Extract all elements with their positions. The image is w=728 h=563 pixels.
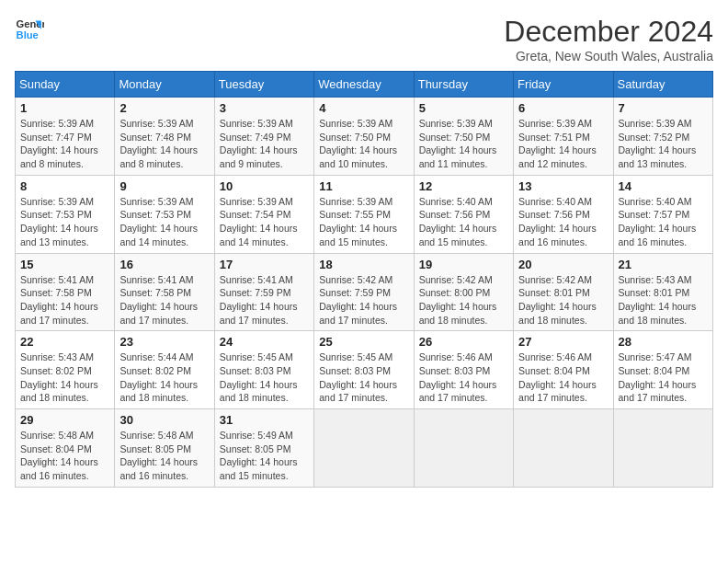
calendar-day-cell: 26 Sunrise: 5:46 AM Sunset: 8:03 PM Dayl… [414,331,513,409]
calendar-week-row: 1 Sunrise: 5:39 AM Sunset: 7:47 PM Dayli… [16,98,713,176]
sunrise-label: Sunrise: 5:48 AM [20,430,94,441]
sunset-label: Sunset: 7:59 PM [220,287,291,298]
daylight-label: Daylight: 14 hours and 13 minutes. [619,144,697,169]
sunset-label: Sunset: 7:49 PM [220,132,291,143]
day-info: Sunrise: 5:39 AM Sunset: 7:53 PM Dayligh… [20,195,109,249]
sunrise-label: Sunrise: 5:44 AM [119,351,193,362]
calendar-day-cell: 28 Sunrise: 5:47 AM Sunset: 8:04 PM Dayl… [613,331,712,409]
location-subtitle: Greta, New South Wales, Australia [504,49,713,63]
sunset-label: Sunset: 7:56 PM [419,209,491,220]
daylight-label: Daylight: 14 hours and 18 minutes. [220,379,298,404]
sunrise-label: Sunrise: 5:39 AM [319,196,392,207]
day-info: Sunrise: 5:39 AM Sunset: 7:53 PM Dayligh… [119,195,209,249]
calendar-day-cell: 31 Sunrise: 5:49 AM Sunset: 8:05 PM Dayl… [214,409,313,488]
calendar-day-cell: 1 Sunrise: 5:39 AM Sunset: 7:47 PM Dayli… [16,98,115,176]
calendar-day-cell [514,409,613,488]
sunset-label: Sunset: 8:04 PM [20,443,92,454]
sunset-label: Sunset: 8:01 PM [619,287,690,298]
day-number: 29 [20,413,109,427]
day-info: Sunrise: 5:45 AM Sunset: 8:03 PM Dayligh… [319,350,408,405]
sunrise-label: Sunrise: 5:40 AM [419,196,493,207]
day-info: Sunrise: 5:49 AM Sunset: 8:05 PM Dayligh… [220,429,309,483]
daylight-label: Daylight: 14 hours and 15 minutes. [419,223,497,247]
sunset-label: Sunset: 7:52 PM [619,132,690,143]
day-info: Sunrise: 5:39 AM Sunset: 7:55 PM Dayligh… [319,195,408,249]
day-number: 21 [619,258,708,271]
daylight-label: Daylight: 14 hours and 9 minutes. [220,144,298,169]
day-number: 8 [20,179,109,193]
daylight-label: Daylight: 14 hours and 17 minutes. [119,301,198,326]
day-info: Sunrise: 5:39 AM Sunset: 7:51 PM Dayligh… [518,117,608,171]
day-of-week-header: Monday [115,72,214,98]
daylight-label: Daylight: 14 hours and 18 minutes. [119,379,198,404]
calendar-week-row: 29 Sunrise: 5:48 AM Sunset: 8:04 PM Dayl… [16,409,713,488]
sunset-label: Sunset: 8:01 PM [518,287,590,298]
day-info: Sunrise: 5:43 AM Sunset: 8:01 PM Dayligh… [619,273,708,327]
calendar-day-cell: 6 Sunrise: 5:39 AM Sunset: 7:51 PM Dayli… [514,98,613,176]
day-info: Sunrise: 5:39 AM Sunset: 7:54 PM Dayligh… [220,195,309,249]
sunrise-label: Sunrise: 5:42 AM [518,274,592,285]
day-of-week-header: Sunday [16,72,115,98]
calendar-day-cell: 9 Sunrise: 5:39 AM Sunset: 7:53 PM Dayli… [115,175,214,253]
sunrise-label: Sunrise: 5:43 AM [619,274,692,285]
daylight-label: Daylight: 14 hours and 15 minutes. [220,456,298,481]
sunrise-label: Sunrise: 5:49 AM [220,430,293,441]
calendar-day-cell: 8 Sunrise: 5:39 AM Sunset: 7:53 PM Dayli… [16,175,115,253]
day-number: 23 [119,335,209,349]
sunrise-label: Sunrise: 5:39 AM [518,118,592,129]
sunrise-label: Sunrise: 5:45 AM [319,351,392,362]
sunset-label: Sunset: 7:50 PM [419,132,491,143]
day-info: Sunrise: 5:43 AM Sunset: 8:02 PM Dayligh… [20,350,109,405]
sunset-label: Sunset: 7:50 PM [319,132,391,143]
daylight-label: Daylight: 14 hours and 15 minutes. [319,223,397,247]
daylight-label: Daylight: 14 hours and 10 minutes. [319,144,397,169]
day-info: Sunrise: 5:44 AM Sunset: 8:02 PM Dayligh… [119,350,209,405]
daylight-label: Daylight: 14 hours and 17 minutes. [619,379,697,404]
sunrise-label: Sunrise: 5:42 AM [419,274,493,285]
day-number: 4 [319,101,408,115]
day-number: 24 [220,335,309,349]
day-number: 7 [619,101,708,115]
day-info: Sunrise: 5:39 AM Sunset: 7:50 PM Dayligh… [319,117,408,171]
daylight-label: Daylight: 14 hours and 16 minutes. [518,223,597,247]
sunrise-label: Sunrise: 5:41 AM [220,274,293,285]
daylight-label: Daylight: 14 hours and 8 minutes. [119,144,198,169]
day-number: 22 [20,335,109,349]
sunset-label: Sunset: 8:03 PM [319,365,391,376]
calendar-day-cell: 20 Sunrise: 5:42 AM Sunset: 8:01 PM Dayl… [514,253,613,331]
daylight-label: Daylight: 14 hours and 17 minutes. [419,379,497,404]
day-number: 12 [419,179,508,193]
day-of-week-header: Saturday [613,72,712,98]
sunset-label: Sunset: 8:04 PM [518,365,590,376]
day-number: 16 [119,258,209,271]
day-number: 5 [419,101,508,115]
daylight-label: Daylight: 14 hours and 17 minutes. [220,301,298,326]
daylight-label: Daylight: 14 hours and 13 minutes. [20,223,98,247]
day-number: 19 [419,258,508,271]
sunrise-label: Sunrise: 5:39 AM [220,118,293,129]
calendar-day-cell: 30 Sunrise: 5:48 AM Sunset: 8:05 PM Dayl… [115,409,214,488]
sunset-label: Sunset: 8:02 PM [20,365,92,376]
sunrise-label: Sunrise: 5:46 AM [518,351,592,362]
day-info: Sunrise: 5:47 AM Sunset: 8:04 PM Dayligh… [619,350,708,405]
sunrise-label: Sunrise: 5:45 AM [220,351,293,362]
calendar-day-cell: 25 Sunrise: 5:45 AM Sunset: 8:03 PM Dayl… [314,331,414,409]
sunset-label: Sunset: 8:04 PM [619,365,690,376]
daylight-label: Daylight: 14 hours and 18 minutes. [20,379,98,404]
day-info: Sunrise: 5:46 AM Sunset: 8:03 PM Dayligh… [419,350,508,405]
day-info: Sunrise: 5:41 AM Sunset: 7:59 PM Dayligh… [220,273,309,327]
day-info: Sunrise: 5:39 AM Sunset: 7:52 PM Dayligh… [619,117,708,171]
daylight-label: Daylight: 14 hours and 17 minutes. [319,379,397,404]
sunrise-label: Sunrise: 5:39 AM [20,196,94,207]
day-number: 15 [20,258,109,271]
calendar-day-cell: 18 Sunrise: 5:42 AM Sunset: 7:59 PM Dayl… [314,253,414,331]
day-info: Sunrise: 5:45 AM Sunset: 8:03 PM Dayligh… [220,350,309,405]
day-number: 18 [319,258,408,271]
sunrise-label: Sunrise: 5:41 AM [119,274,193,285]
calendar-day-cell: 15 Sunrise: 5:41 AM Sunset: 7:58 PM Dayl… [16,253,115,331]
day-number: 20 [518,258,608,271]
sunrise-label: Sunrise: 5:39 AM [20,118,94,129]
calendar-day-cell: 27 Sunrise: 5:46 AM Sunset: 8:04 PM Dayl… [514,331,613,409]
day-number: 28 [619,335,708,349]
daylight-label: Daylight: 14 hours and 8 minutes. [20,144,98,169]
